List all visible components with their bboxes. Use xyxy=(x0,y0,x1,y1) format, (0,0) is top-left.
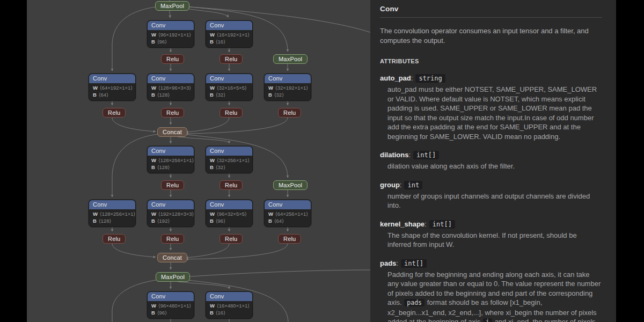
param-row[interactable]: W⟨96×32×5×5⟩ xyxy=(210,210,248,217)
graph-node-conv-b6[interactable]: ConvW⟨128×256×1×1⟩B⟨128⟩ xyxy=(147,146,194,173)
attributes-list: auto_pad:stringauto_pad must be either N… xyxy=(380,74,602,322)
graph-edge xyxy=(112,118,156,131)
graph-edge xyxy=(186,244,288,259)
graph-node-maxpool-d2[interactable]: MaxPool xyxy=(273,54,308,64)
graph-node-conv-d8[interactable]: ConvW⟨64×256×1×1⟩B⟨64⟩ xyxy=(264,200,311,227)
param-row[interactable]: W⟨192×128×3×3⟩ xyxy=(151,210,190,217)
graph-node-relu-d4[interactable]: Relu xyxy=(278,108,301,118)
graph-node-relu-a9[interactable]: Relu xyxy=(103,234,126,244)
attribute-name: kernel_shape:int[] xyxy=(380,220,602,228)
graph-canvas[interactable]: MaxPoolConvW⟨96×192×1×1⟩B⟨96⟩ConvW⟨16×19… xyxy=(27,0,370,322)
param-row[interactable]: B⟨64⟩ xyxy=(93,91,131,98)
param-row[interactable]: W⟨128×96×3×3⟩ xyxy=(151,84,190,91)
graph-node-conv-a3[interactable]: ConvW⟨64×192×1×1⟩B⟨64⟩ xyxy=(89,74,136,101)
graph-node-relu-c4[interactable]: Relu xyxy=(219,108,243,118)
graph-edge xyxy=(112,244,156,257)
graph-node-relu-b4[interactable]: Relu xyxy=(161,108,184,118)
graph-node-relu-b7[interactable]: Relu xyxy=(161,180,184,190)
param-row[interactable]: B⟨96⟩ xyxy=(210,217,248,224)
operator-doc-panel: Conv The convolution operator consumes a… xyxy=(370,0,616,322)
graph-node-maxpool-0[interactable]: MaxPool xyxy=(155,1,189,11)
param-row[interactable]: B⟨32⟩ xyxy=(210,164,248,171)
param-row[interactable]: B⟨96⟩ xyxy=(151,38,190,45)
param-row[interactable]: W⟨32×192×1×1⟩ xyxy=(268,84,307,91)
attribute-name: group:int xyxy=(380,181,602,189)
param-row[interactable]: B⟨16⟩ xyxy=(210,38,248,45)
param-row[interactable]: W⟨64×256×1×1⟩ xyxy=(268,210,307,217)
node-type-label: Conv xyxy=(148,21,194,30)
graph-edge xyxy=(170,11,170,18)
param-row[interactable]: W⟨32×16×5×5⟩ xyxy=(210,84,248,91)
attribute-name: dilations:int[] xyxy=(380,151,602,159)
node-params: W⟨16×480×1×1⟩B⟨16⟩ xyxy=(206,301,252,318)
node-params: W⟨128×256×1×1⟩B⟨128⟩ xyxy=(89,209,135,226)
graph-edge xyxy=(186,244,229,258)
param-row[interactable]: W⟨16×192×1×1⟩ xyxy=(210,31,248,38)
node-params: W⟨192×128×3×3⟩B⟨192⟩ xyxy=(148,209,194,226)
param-row[interactable]: B⟨128⟩ xyxy=(93,217,131,224)
param-row[interactable]: B⟨16⟩ xyxy=(210,309,248,316)
param-row[interactable]: B⟨64⟩ xyxy=(268,217,307,224)
graph-node-relu-c9[interactable]: Relu xyxy=(219,234,243,244)
param-row[interactable]: W⟨32×256×1×1⟩ xyxy=(210,157,248,164)
attribute-description: The shape of the convolution kernel. If … xyxy=(387,231,602,250)
param-row[interactable]: W⟨16×480×1×1⟩ xyxy=(210,302,248,309)
graph-node-conv-b3[interactable]: ConvW⟨128×96×3×3⟩B⟨128⟩ xyxy=(147,74,194,101)
attribute-description: dilation value along each axis of the fi… xyxy=(387,162,602,171)
graph-node-concat-5[interactable]: Concat xyxy=(157,127,187,137)
param-row[interactable]: W⟨96×480×1×1⟩ xyxy=(151,302,190,309)
attribute-type-chip: int[] xyxy=(401,259,427,268)
param-row[interactable]: B⟨128⟩ xyxy=(151,164,190,171)
node-type-label: Conv xyxy=(148,147,194,156)
graph-node-relu-a4[interactable]: Relu xyxy=(103,108,126,118)
param-row[interactable]: W⟨64×192×1×1⟩ xyxy=(93,84,131,91)
graph-node-relu-d9[interactable]: Relu xyxy=(278,234,301,244)
graph-edge xyxy=(178,282,229,289)
graph-node-relu-b2[interactable]: Relu xyxy=(161,54,184,64)
param-row[interactable]: B⟨32⟩ xyxy=(268,91,307,98)
graph-node-relu-c2[interactable]: Relu xyxy=(219,54,243,64)
node-params: W⟨64×256×1×1⟩B⟨64⟩ xyxy=(265,209,311,226)
graph-node-conv-b1[interactable]: ConvW⟨96×192×1×1⟩B⟨96⟩ xyxy=(147,20,194,48)
graph-node-conv-b12[interactable]: ConvW⟨96×480×1×1⟩B⟨96⟩ xyxy=(147,291,194,319)
graph-node-conv-c6[interactable]: ConvW⟨32×256×1×1⟩B⟨32⟩ xyxy=(206,146,253,173)
attribute-type-chip: int[] xyxy=(429,220,455,229)
node-type-label: Conv xyxy=(206,200,252,209)
attribute-block: pads:int[]Padding for the beginning and … xyxy=(380,259,602,322)
graph-node-conv-c3[interactable]: ConvW⟨32×16×5×5⟩B⟨32⟩ xyxy=(206,74,253,101)
netron-window: MaxPoolConvW⟨96×192×1×1⟩B⟨96⟩ConvW⟨16×19… xyxy=(0,0,644,322)
graph-edge xyxy=(186,118,229,132)
node-type-label: Conv xyxy=(89,200,135,209)
node-params: W⟨32×192×1×1⟩B⟨32⟩ xyxy=(265,83,311,100)
graph-edge xyxy=(185,270,370,277)
param-row[interactable]: W⟨96×192×1×1⟩ xyxy=(151,31,190,38)
graph-node-conv-d3[interactable]: ConvW⟨32×192×1×1⟩B⟨32⟩ xyxy=(264,74,311,101)
graph-node-relu-c7[interactable]: Relu xyxy=(219,180,243,190)
attribute-type-chip: int[] xyxy=(413,151,439,159)
graph-edge xyxy=(186,118,288,134)
graph-node-concat-10[interactable]: Concat xyxy=(157,253,187,262)
node-type-label: Conv xyxy=(265,200,311,209)
node-type-label: Conv xyxy=(206,147,252,156)
param-row[interactable]: W⟨128×256×1×1⟩ xyxy=(93,210,131,217)
param-row[interactable]: B⟨128⟩ xyxy=(151,91,190,98)
param-row[interactable]: B⟨96⟩ xyxy=(151,309,190,316)
node-type-label: Conv xyxy=(265,74,311,83)
node-params: W⟨128×96×3×3⟩B⟨128⟩ xyxy=(148,83,194,100)
node-params: W⟨96×480×1×1⟩B⟨96⟩ xyxy=(148,301,194,318)
node-type-label: Conv xyxy=(148,292,194,301)
attributes-heading: ATTRIBUTES xyxy=(380,58,602,64)
graph-node-relu-b9[interactable]: Relu xyxy=(161,234,184,244)
title-divider xyxy=(380,17,602,18)
param-row[interactable]: B⟨192⟩ xyxy=(151,217,190,224)
graph-node-conv-a8[interactable]: ConvW⟨128×256×1×1⟩B⟨128⟩ xyxy=(89,200,136,227)
node-params: W⟨96×32×5×5⟩B⟨96⟩ xyxy=(206,209,252,226)
graph-node-conv-c12[interactable]: ConvW⟨16×480×1×1⟩B⟨16⟩ xyxy=(206,291,253,319)
graph-node-conv-c8[interactable]: ConvW⟨96×32×5×5⟩B⟨96⟩ xyxy=(206,200,253,227)
param-row[interactable]: B⟨32⟩ xyxy=(210,91,248,98)
graph-node-conv-c1[interactable]: ConvW⟨16×192×1×1⟩B⟨16⟩ xyxy=(206,20,253,48)
graph-node-maxpool-11[interactable]: MaxPool xyxy=(156,272,190,282)
graph-node-conv-b8[interactable]: ConvW⟨192×128×3×3⟩B⟨192⟩ xyxy=(147,200,194,227)
param-row[interactable]: W⟨128×256×1×1⟩ xyxy=(151,157,190,164)
graph-node-maxpool-d7[interactable]: MaxPool xyxy=(273,180,308,190)
